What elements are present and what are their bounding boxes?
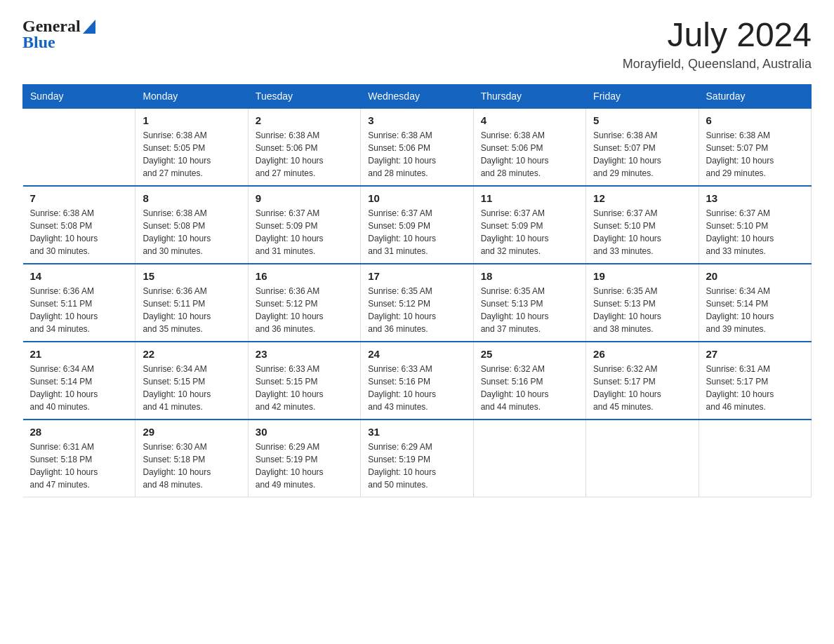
day-number: 8 [143,192,240,204]
day-info: Sunrise: 6:35 AM Sunset: 5:12 PM Dayligh… [368,285,465,335]
calendar-day-cell [473,420,585,497]
day-number: 14 [30,270,128,282]
day-info: Sunrise: 6:38 AM Sunset: 5:07 PM Dayligh… [593,129,691,180]
day-number: 2 [256,114,353,126]
day-info: Sunrise: 6:38 AM Sunset: 5:08 PM Dayligh… [143,207,240,257]
day-info: Sunrise: 6:38 AM Sunset: 5:08 PM Dayligh… [30,207,128,257]
calendar-week-row: 7Sunrise: 6:38 AM Sunset: 5:08 PM Daylig… [23,186,812,264]
day-number: 18 [481,270,578,282]
day-info: Sunrise: 6:37 AM Sunset: 5:09 PM Dayligh… [256,207,353,257]
day-number: 29 [143,426,240,438]
calendar-day-cell: 10Sunrise: 6:37 AM Sunset: 5:09 PM Dayli… [361,186,473,264]
calendar-day-cell: 3Sunrise: 6:38 AM Sunset: 5:06 PM Daylig… [361,108,473,186]
calendar-day-cell: 5Sunrise: 6:38 AM Sunset: 5:07 PM Daylig… [586,108,699,186]
calendar-day-cell: 26Sunrise: 6:32 AM Sunset: 5:17 PM Dayli… [586,342,699,420]
day-info: Sunrise: 6:36 AM Sunset: 5:11 PM Dayligh… [30,285,128,335]
logo-blue-text: Blue [22,33,55,52]
day-number: 11 [481,192,578,204]
title-block: July 2024 Morayfield, Queensland, Austra… [623,17,812,72]
logo-icon [83,20,95,36]
day-info: Sunrise: 6:29 AM Sunset: 5:19 PM Dayligh… [256,441,353,491]
calendar-day-cell: 24Sunrise: 6:33 AM Sunset: 5:16 PM Dayli… [361,342,473,420]
day-info: Sunrise: 6:32 AM Sunset: 5:16 PM Dayligh… [481,363,578,413]
day-number: 6 [706,114,804,126]
calendar-day-cell: 9Sunrise: 6:37 AM Sunset: 5:09 PM Daylig… [248,186,360,264]
calendar-day-cell: 29Sunrise: 6:30 AM Sunset: 5:18 PM Dayli… [135,420,248,497]
calendar-day-header: Wednesday [361,84,473,108]
day-number: 27 [706,348,804,360]
calendar-week-row: 1Sunrise: 6:38 AM Sunset: 5:05 PM Daylig… [23,108,812,186]
day-number: 31 [368,426,465,438]
page-header: General Blue July 2024 Morayfield, Queen… [22,17,812,72]
day-info: Sunrise: 6:37 AM Sunset: 5:10 PM Dayligh… [706,207,804,257]
day-info: Sunrise: 6:37 AM Sunset: 5:10 PM Dayligh… [593,207,691,257]
calendar-day-cell [699,420,811,497]
day-info: Sunrise: 6:38 AM Sunset: 5:05 PM Dayligh… [143,129,240,180]
day-number: 15 [143,270,240,282]
calendar-week-row: 14Sunrise: 6:36 AM Sunset: 5:11 PM Dayli… [23,264,812,342]
day-number: 26 [593,348,691,360]
day-number: 4 [481,114,578,126]
day-number: 30 [256,426,353,438]
calendar-header-row: SundayMondayTuesdayWednesdayThursdayFrid… [23,84,812,108]
calendar-day-cell: 27Sunrise: 6:31 AM Sunset: 5:17 PM Dayli… [699,342,811,420]
day-number: 28 [30,426,128,438]
calendar-day-cell: 22Sunrise: 6:34 AM Sunset: 5:15 PM Dayli… [135,342,248,420]
calendar-day-cell: 11Sunrise: 6:37 AM Sunset: 5:09 PM Dayli… [473,186,585,264]
day-number: 9 [256,192,353,204]
day-info: Sunrise: 6:35 AM Sunset: 5:13 PM Dayligh… [481,285,578,335]
calendar-day-header: Monday [135,84,248,108]
calendar-day-cell: 12Sunrise: 6:37 AM Sunset: 5:10 PM Dayli… [586,186,699,264]
calendar-day-cell: 28Sunrise: 6:31 AM Sunset: 5:18 PM Dayli… [23,420,135,497]
day-info: Sunrise: 6:32 AM Sunset: 5:17 PM Dayligh… [593,363,691,413]
day-number: 7 [30,192,128,204]
day-info: Sunrise: 6:35 AM Sunset: 5:13 PM Dayligh… [593,285,691,335]
calendar-day-cell: 19Sunrise: 6:35 AM Sunset: 5:13 PM Dayli… [586,264,699,342]
day-number: 23 [256,348,353,360]
calendar-day-cell: 21Sunrise: 6:34 AM Sunset: 5:14 PM Dayli… [23,342,135,420]
calendar-day-cell: 16Sunrise: 6:36 AM Sunset: 5:12 PM Dayli… [248,264,360,342]
day-info: Sunrise: 6:38 AM Sunset: 5:06 PM Dayligh… [481,129,578,180]
logo: General Blue [22,17,95,52]
day-info: Sunrise: 6:34 AM Sunset: 5:14 PM Dayligh… [30,363,128,413]
day-info: Sunrise: 6:30 AM Sunset: 5:18 PM Dayligh… [143,441,240,491]
calendar-day-header: Friday [586,84,699,108]
calendar-day-cell: 14Sunrise: 6:36 AM Sunset: 5:11 PM Dayli… [23,264,135,342]
calendar-day-cell: 1Sunrise: 6:38 AM Sunset: 5:05 PM Daylig… [135,108,248,186]
day-number: 17 [368,270,465,282]
calendar-day-cell: 23Sunrise: 6:33 AM Sunset: 5:15 PM Dayli… [248,342,360,420]
calendar-day-header: Sunday [23,84,135,108]
calendar-week-row: 28Sunrise: 6:31 AM Sunset: 5:18 PM Dayli… [23,420,812,497]
day-info: Sunrise: 6:31 AM Sunset: 5:17 PM Dayligh… [706,363,804,413]
day-info: Sunrise: 6:37 AM Sunset: 5:09 PM Dayligh… [368,207,465,257]
day-number: 20 [706,270,804,282]
day-number: 16 [256,270,353,282]
calendar-day-cell: 6Sunrise: 6:38 AM Sunset: 5:07 PM Daylig… [699,108,811,186]
calendar-day-cell: 31Sunrise: 6:29 AM Sunset: 5:19 PM Dayli… [361,420,473,497]
day-info: Sunrise: 6:29 AM Sunset: 5:19 PM Dayligh… [368,441,465,491]
day-info: Sunrise: 6:37 AM Sunset: 5:09 PM Dayligh… [481,207,578,257]
calendar-day-cell: 25Sunrise: 6:32 AM Sunset: 5:16 PM Dayli… [473,342,585,420]
day-number: 13 [706,192,804,204]
day-info: Sunrise: 6:33 AM Sunset: 5:16 PM Dayligh… [368,363,465,413]
calendar-day-cell: 18Sunrise: 6:35 AM Sunset: 5:13 PM Dayli… [473,264,585,342]
calendar-day-cell: 17Sunrise: 6:35 AM Sunset: 5:12 PM Dayli… [361,264,473,342]
calendar-day-cell: 20Sunrise: 6:34 AM Sunset: 5:14 PM Dayli… [699,264,811,342]
calendar-table: SundayMondayTuesdayWednesdayThursdayFrid… [22,84,812,497]
calendar-week-row: 21Sunrise: 6:34 AM Sunset: 5:14 PM Dayli… [23,342,812,420]
day-info: Sunrise: 6:34 AM Sunset: 5:15 PM Dayligh… [143,363,240,413]
calendar-day-cell: 8Sunrise: 6:38 AM Sunset: 5:08 PM Daylig… [135,186,248,264]
day-info: Sunrise: 6:36 AM Sunset: 5:11 PM Dayligh… [143,285,240,335]
day-info: Sunrise: 6:33 AM Sunset: 5:15 PM Dayligh… [256,363,353,413]
day-number: 22 [143,348,240,360]
month-year-title: July 2024 [623,17,812,54]
day-number: 12 [593,192,691,204]
calendar-day-cell [586,420,699,497]
day-info: Sunrise: 6:38 AM Sunset: 5:06 PM Dayligh… [368,129,465,180]
day-info: Sunrise: 6:31 AM Sunset: 5:18 PM Dayligh… [30,441,128,491]
day-number: 24 [368,348,465,360]
calendar-day-cell: 7Sunrise: 6:38 AM Sunset: 5:08 PM Daylig… [23,186,135,264]
day-info: Sunrise: 6:34 AM Sunset: 5:14 PM Dayligh… [706,285,804,335]
svg-marker-0 [83,20,95,34]
calendar-day-header: Thursday [473,84,585,108]
